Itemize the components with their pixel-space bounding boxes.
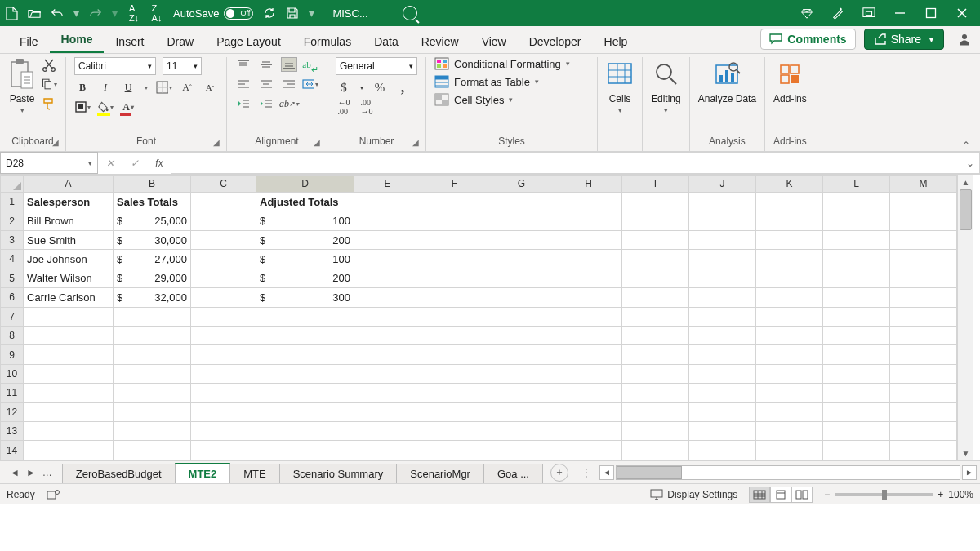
cell-G12[interactable] [488,402,555,421]
cell-M8[interactable] [890,326,957,344]
dialog-launcher-icon[interactable]: ◢ [412,138,419,147]
tab-page-layout[interactable]: Page Layout [205,30,292,53]
column-header-G[interactable]: G [488,176,555,193]
cell-M1[interactable] [890,193,957,211]
cell-D8[interactable] [256,326,354,344]
cell-H2[interactable] [555,211,622,230]
cell-M2[interactable] [890,211,957,230]
cell-I11[interactable] [622,384,689,402]
cell-G7[interactable] [488,307,555,326]
cell-L3[interactable] [823,230,890,249]
cell-C13[interactable] [191,422,256,441]
column-header-F[interactable]: F [421,176,488,193]
cell-I10[interactable] [622,364,689,383]
editing-button[interactable]: Editing▾ [651,57,681,114]
add-sheet-button[interactable]: ＋ [550,464,568,482]
cell-I3[interactable] [622,230,689,249]
cell-K4[interactable] [756,250,823,269]
fill-color-button[interactable]: ▾ [97,100,114,114]
cell-F1[interactable] [421,193,488,211]
tab-view[interactable]: View [470,30,518,53]
cell-L7[interactable] [823,307,890,326]
cell-J2[interactable] [689,211,756,230]
cell-F10[interactable] [421,364,488,383]
column-header-K[interactable]: K [756,176,823,193]
cell-C9[interactable] [191,345,256,364]
cell-F12[interactable] [421,402,488,421]
cell-styles-button[interactable]: Cell Styles▾ [434,93,570,106]
cell-K7[interactable] [756,307,823,326]
row-header-9[interactable]: 9 [1,345,24,364]
copy-icon[interactable]: ▾ [41,77,57,91]
sheet-nav-prev-icon[interactable]: ◄ [10,467,20,478]
maximize-icon[interactable] [924,7,938,20]
merge-center-icon[interactable]: ▾ [302,77,318,91]
cell-B8[interactable] [114,326,191,344]
tab-developer[interactable]: Developer [518,30,593,53]
borders-dropdown[interactable]: ▾ [156,80,172,95]
undo-icon[interactable] [51,7,64,20]
row-header-11[interactable]: 11 [1,384,24,402]
cell-B7[interactable] [114,307,191,326]
cell-I5[interactable] [622,269,689,287]
cell-F11[interactable] [421,384,488,402]
cell-C8[interactable] [191,326,256,344]
cell-C10[interactable] [191,364,256,383]
cell-B11[interactable] [114,384,191,402]
decrease-indent-icon[interactable] [235,96,252,111]
cell-B4[interactable]: $27,000 [114,250,191,269]
row-header-1[interactable]: 1 [1,193,24,211]
collapse-ribbon-icon[interactable]: ⌃ [952,57,980,151]
worksheet-grid[interactable]: ABCDEFGHIJKLM1SalespersonSales TotalsAdj… [0,175,980,460]
cell-J8[interactable] [689,326,756,344]
cell-E14[interactable] [354,441,421,460]
align-middle-icon[interactable] [258,57,274,72]
cell-B1[interactable]: Sales Totals [114,193,191,211]
new-file-icon[interactable] [5,7,18,20]
wand-icon[interactable] [831,7,844,20]
cell-A6[interactable]: Carrie Carlson [24,288,114,307]
column-header-M[interactable]: M [890,176,957,193]
select-all-corner[interactable] [1,176,24,193]
sheet-tab-mte[interactable]: MTE [229,464,279,483]
cell-A13[interactable] [24,422,114,441]
cell-H1[interactable] [555,193,622,211]
format-painter-icon[interactable] [41,96,57,111]
sheet-tab-zerobasedbudget[interactable]: ZeroBasedBudget [62,464,176,483]
page-break-view-icon[interactable] [791,487,813,503]
align-right-icon[interactable] [281,77,297,91]
dialog-launcher-icon[interactable]: ◢ [314,138,320,147]
cell-J9[interactable] [689,345,756,364]
cell-K8[interactable] [756,326,823,344]
cell-H11[interactable] [555,384,622,402]
column-header-D[interactable]: D [256,176,354,193]
enter-formula-icon[interactable]: ✓ [122,158,147,169]
cell-H7[interactable] [555,307,622,326]
font-family-select[interactable]: Calibri▾ [74,57,156,75]
cell-J3[interactable] [689,230,756,249]
sheet-tab-mte2[interactable]: MTE2 [175,463,231,483]
row-header-5[interactable]: 5 [1,269,24,287]
cell-I1[interactable] [622,193,689,211]
comma-format-icon[interactable]: , [394,80,411,95]
cell-J4[interactable] [689,250,756,269]
cell-F8[interactable] [421,326,488,344]
cell-D6[interactable]: $300 [256,288,354,307]
column-header-B[interactable]: B [114,176,191,193]
cell-H10[interactable] [555,364,622,383]
horizontal-scrollbar[interactable]: ◄ ► [596,465,980,480]
cell-K10[interactable] [756,364,823,383]
column-header-H[interactable]: H [555,176,622,193]
row-header-12[interactable]: 12 [1,402,24,421]
tab-help[interactable]: Help [593,30,639,53]
cell-D14[interactable] [256,441,354,460]
cell-F4[interactable] [421,250,488,269]
cell-E3[interactable] [354,230,421,249]
cell-D5[interactable]: $200 [256,269,354,287]
sort-asc-icon[interactable]: AZ↓ [127,7,140,20]
cell-E8[interactable] [354,326,421,344]
cell-F13[interactable] [421,422,488,441]
sort-desc-icon[interactable]: ZA↓ [150,7,163,20]
cell-B2[interactable]: $25,000 [114,211,191,230]
cell-L14[interactable] [823,441,890,460]
